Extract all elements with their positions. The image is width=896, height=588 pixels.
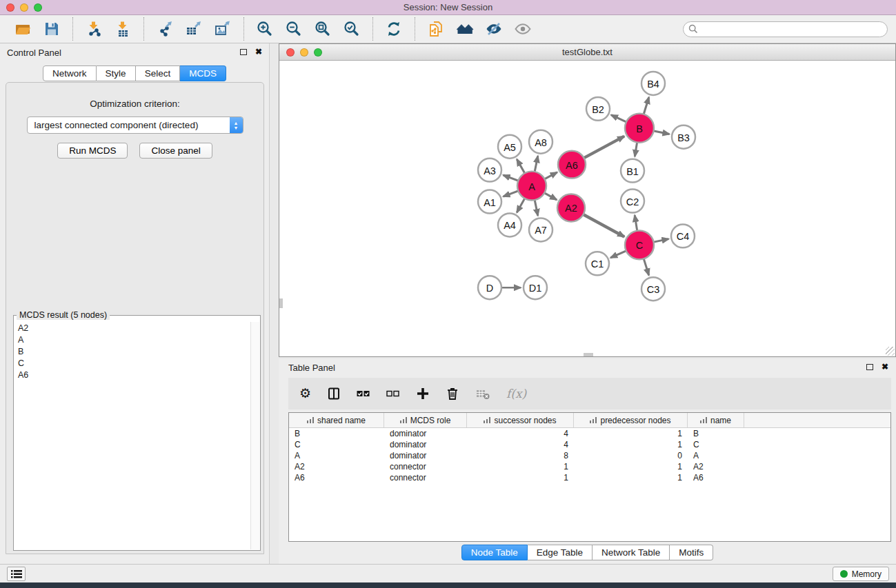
- mcds-result-item[interactable]: C: [14, 357, 250, 369]
- mcds-panel: Optimization criterion: largest connecte…: [6, 82, 264, 554]
- mcds-result-item[interactable]: B: [14, 345, 250, 357]
- import-table-icon[interactable]: [113, 19, 132, 39]
- table-cell[interactable]: A: [688, 451, 744, 460]
- table-row[interactable]: A6connector11A6: [289, 472, 890, 483]
- table-cell[interactable]: C: [289, 440, 384, 449]
- tab-select[interactable]: Select: [136, 65, 181, 81]
- table-cell[interactable]: 1: [574, 429, 688, 438]
- table-cell[interactable]: 4: [467, 429, 574, 438]
- add-column-plus-icon[interactable]: [416, 387, 430, 401]
- resize-grip[interactable]: [886, 347, 895, 356]
- table-cell[interactable]: 0: [574, 451, 688, 460]
- column-header[interactable]: name: [688, 413, 744, 427]
- save-floppy-icon[interactable]: [42, 19, 61, 39]
- select-all-checkboxes-icon[interactable]: [357, 387, 370, 401]
- close-panel-button[interactable]: Close panel: [139, 143, 212, 159]
- export-network-icon[interactable]: [155, 19, 175, 39]
- network-close-traffic-light[interactable]: [286, 48, 295, 57]
- table-cell[interactable]: dominator: [384, 451, 467, 460]
- column-header[interactable]: shared name: [289, 413, 384, 427]
- tab-edge-table[interactable]: Edge Table: [528, 545, 593, 560]
- table-body: Bdominator41BCdominator41CAdominator80AA…: [289, 428, 890, 483]
- table-cell[interactable]: A: [289, 451, 384, 460]
- network-minimize-traffic-light[interactable]: [300, 48, 308, 57]
- table-cell[interactable]: 1: [574, 462, 688, 472]
- tab-network[interactable]: Network: [43, 65, 97, 81]
- graph-node-label: B4: [647, 79, 659, 90]
- table-cell[interactable]: B: [289, 429, 384, 438]
- tab-motifs[interactable]: Motifs: [670, 545, 713, 560]
- tab-network-table[interactable]: Network Table: [593, 545, 670, 560]
- run-mcds-button[interactable]: Run MCDS: [57, 143, 128, 159]
- zoom-traffic-light[interactable]: [34, 3, 42, 12]
- table-cell[interactable]: dominator: [384, 429, 467, 438]
- toolbar-separator: [143, 17, 144, 41]
- zoom-in-icon[interactable]: [255, 19, 275, 39]
- network-canvas[interactable]: AA6A2BCB4B2B3B1C2C4C1C3A5A8A3A1A4A7DD1: [279, 61, 895, 356]
- delete-table-icon[interactable]: [475, 387, 490, 401]
- table-cell[interactable]: connector: [384, 462, 467, 472]
- table-cell[interactable]: A6: [688, 473, 744, 483]
- table-cell[interactable]: C: [688, 440, 744, 449]
- refresh-circular-arrows-icon[interactable]: [384, 19, 404, 39]
- table-cell[interactable]: 4: [467, 440, 574, 449]
- close-panel-icon[interactable]: ✖: [255, 48, 262, 55]
- zoom-out-icon[interactable]: [284, 19, 303, 39]
- deselect-checkboxes-icon[interactable]: [386, 387, 400, 401]
- tab-style[interactable]: Style: [97, 65, 136, 81]
- import-network-icon[interactable]: [84, 19, 103, 39]
- tab-mcds[interactable]: MCDS: [180, 65, 226, 81]
- column-header[interactable]: predecessor nodes: [574, 413, 688, 427]
- table-cell[interactable]: connector: [384, 473, 467, 483]
- table-cell[interactable]: A2: [688, 462, 744, 472]
- table-row[interactable]: Bdominator41B: [289, 428, 890, 439]
- minimize-traffic-light[interactable]: [20, 3, 28, 12]
- table-cell[interactable]: A6: [289, 473, 384, 483]
- network-zoom-traffic-light[interactable]: [314, 48, 322, 57]
- open-folder-icon[interactable]: [13, 19, 32, 39]
- close-traffic-light[interactable]: [6, 3, 14, 12]
- float-table-panel-icon[interactable]: [866, 364, 873, 370]
- table-cell[interactable]: 8: [467, 451, 574, 460]
- memory-button[interactable]: Memory: [833, 567, 889, 581]
- columns-icon[interactable]: [327, 387, 341, 401]
- close-table-panel-icon[interactable]: ✖: [882, 363, 888, 370]
- mcds-result-item[interactable]: A2: [14, 322, 250, 334]
- mcds-result-item[interactable]: A6: [14, 369, 250, 381]
- mcds-result-item[interactable]: A: [14, 334, 250, 345]
- zoom-selected-icon[interactable]: [342, 19, 361, 39]
- column-header[interactable]: MCDS role: [384, 413, 467, 427]
- eye-icon[interactable]: [513, 19, 532, 39]
- table-row[interactable]: Cdominator41C: [289, 439, 890, 450]
- app-titlebar: Session: New Session: [0, 0, 896, 15]
- horizontal-scroll-thumb[interactable]: [584, 353, 593, 356]
- settings-gear-icon[interactable]: ⚙: [299, 387, 311, 401]
- table-cell[interactable]: dominator: [384, 440, 467, 449]
- export-table-icon[interactable]: [184, 19, 203, 39]
- task-list-icon[interactable]: [7, 567, 26, 581]
- table-cell[interactable]: 1: [574, 440, 688, 449]
- table-cell[interactable]: 1: [467, 473, 574, 483]
- search-input[interactable]: [683, 21, 888, 37]
- clone-network-document-icon[interactable]: [426, 19, 446, 39]
- table-row[interactable]: A2connector11A2: [289, 461, 890, 472]
- float-panel-icon[interactable]: [240, 49, 247, 55]
- function-fx-icon[interactable]: f(x): [506, 387, 526, 401]
- table-row[interactable]: Adominator80A: [289, 450, 890, 461]
- result-scrollbar[interactable]: [250, 322, 259, 549]
- table-cell[interactable]: B: [688, 429, 744, 438]
- table-cell[interactable]: 1: [574, 473, 688, 483]
- network-window-titlebar[interactable]: testGlobe.txt: [279, 44, 895, 61]
- vertical-scroll-thumb[interactable]: [279, 298, 283, 308]
- column-header[interactable]: successor nodes: [467, 413, 574, 427]
- zoom-fit-icon[interactable]: [313, 19, 332, 39]
- criterion-select[interactable]: largest connected component (directed) ▲…: [27, 116, 243, 134]
- table-cell[interactable]: 1: [467, 462, 574, 472]
- home-networks-icon[interactable]: [455, 19, 475, 39]
- tab-node-table[interactable]: Node Table: [461, 545, 528, 560]
- export-image-icon[interactable]: [213, 19, 232, 39]
- hide-eye-icon[interactable]: [484, 19, 504, 39]
- toolbar-separator: [72, 17, 73, 41]
- table-cell[interactable]: A2: [289, 462, 384, 472]
- trash-icon[interactable]: [446, 387, 459, 401]
